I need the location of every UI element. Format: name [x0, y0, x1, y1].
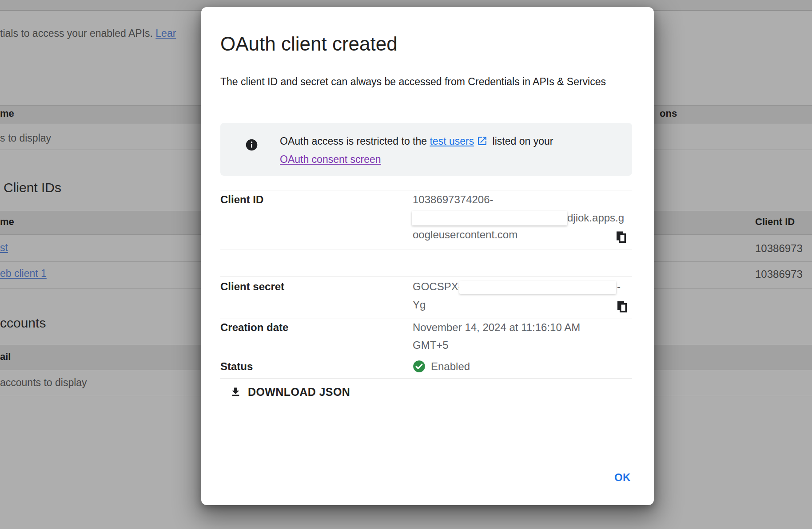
oauth-clientid-header: Client ID — [755, 216, 795, 228]
service-accounts-empty-row: accounts to display — [0, 377, 87, 389]
client-id-line2-suffix: djiok.apps.g — [567, 212, 624, 224]
dialog-title: OAuth client created — [220, 32, 398, 55]
divider — [220, 249, 632, 249]
divider — [220, 357, 632, 357]
client-id-line3: oogleusercontent.com — [413, 229, 517, 241]
notice-text-before: OAuth access is restricted to the — [280, 135, 430, 147]
oauth-client-created-dialog: OAuth client created The client ID and s… — [201, 7, 654, 505]
api-keys-empty-row: s to display — [0, 132, 51, 144]
dialog-description: The client ID and secret can always be a… — [220, 73, 620, 91]
copy-client-secret-icon[interactable] — [615, 300, 629, 313]
creation-date-line1: November 14, 2024 at 11:16:10 AM — [413, 321, 580, 334]
learn-more-link[interactable]: Lear — [155, 28, 176, 39]
divider — [220, 276, 632, 276]
oauth-client-link[interactable]: eb client 1 — [0, 268, 47, 280]
ok-button[interactable]: OK — [608, 468, 637, 487]
credentials-intro-text: tials to access your enabled APIs. Lear — [0, 28, 176, 39]
client-secret-line2: Yg — [413, 299, 426, 311]
api-keys-actions-header: ons — [660, 108, 677, 119]
divider — [220, 378, 632, 379]
service-accounts-heading: ccounts — [0, 316, 46, 331]
notice-text-after: listed on your — [490, 135, 553, 147]
status-enabled-check-icon — [413, 360, 426, 373]
client-secret-label: Client secret — [220, 280, 284, 293]
oauth-name-header: me — [0, 216, 14, 228]
intro-text: tials to access your enabled APIs. — [0, 28, 155, 39]
client-secret-redaction-box — [459, 281, 616, 294]
notice-text: OAuth access is restricted to the test u… — [280, 132, 626, 169]
info-icon — [245, 138, 258, 151]
client-secret-prefix: GOCSPX- — [413, 280, 462, 293]
test-users-link[interactable]: test users — [430, 135, 474, 147]
divider — [220, 190, 632, 190]
oauth-consent-screen-link[interactable]: OAuth consent screen — [280, 150, 626, 169]
service-accounts-email-header: ail — [0, 351, 11, 363]
divider — [220, 319, 632, 319]
client-id-line1: 1038697374206- — [413, 193, 494, 206]
client-id-redaction-box — [412, 211, 567, 225]
oauth-client-id-value: 10386973 — [755, 268, 803, 280]
download-icon — [230, 386, 242, 398]
oauth-client-ids-heading: Client IDs — [4, 180, 61, 195]
creation-date-label: Creation date — [220, 321, 288, 334]
copy-client-id-icon[interactable] — [614, 230, 628, 244]
client-id-label: Client ID — [220, 193, 263, 206]
status-value: Enabled — [431, 360, 470, 373]
oauth-client-id-value: 10386973 — [755, 242, 803, 255]
open-in-new-icon[interactable] — [477, 135, 488, 146]
oauth-client-link[interactable]: st — [0, 242, 8, 254]
api-keys-name-header: me — [0, 108, 14, 119]
download-json-button[interactable]: DOWNLOAD JSON — [230, 386, 350, 399]
status-label: Status — [220, 360, 253, 373]
client-secret-suffix: - — [617, 280, 621, 293]
creation-date-line2: GMT+5 — [413, 339, 449, 351]
download-json-label: DOWNLOAD JSON — [248, 386, 350, 399]
